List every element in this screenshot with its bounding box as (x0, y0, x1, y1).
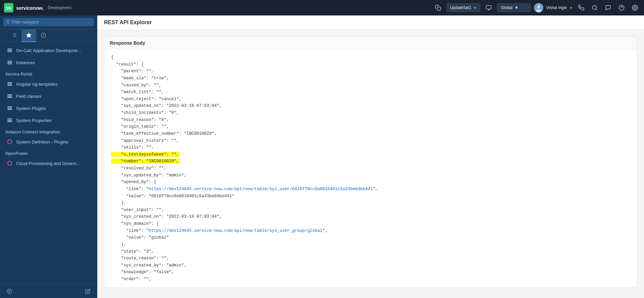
settings-icon (632, 5, 638, 11)
content-area: REST API Explorer Response Body { "resul… (97, 15, 644, 298)
instances-icon (7, 59, 13, 66)
settings-icon-btn[interactable] (630, 3, 640, 12)
svg-marker-17 (26, 33, 31, 37)
system-properties-label: System Properties (16, 118, 52, 123)
oncall-label: On-Call: Application Developme... (16, 48, 81, 53)
sidebar-item-system-plugins[interactable]: System Plugins (0, 102, 97, 114)
search-wrapper[interactable] (3, 18, 94, 26)
brand-name: servicenow. (16, 5, 44, 11)
instances-label: Instances (16, 60, 35, 65)
chat-icon-btn[interactable] (603, 3, 613, 12)
svg-text:SN: SN (5, 6, 11, 11)
brand-area: SN servicenow. Development (4, 3, 71, 12)
page-title: REST API Explorer (97, 15, 644, 30)
history-icon (41, 33, 46, 38)
global-scope-label: Global (501, 5, 513, 10)
sidebar-item-instances[interactable]: Instances (0, 56, 97, 69)
system-def-plugins-icon (7, 139, 13, 145)
json-content: { "result": { "parent": "", "made_sla": … (104, 49, 637, 288)
angular-icon (7, 81, 13, 87)
edit-icon (85, 289, 91, 294)
nav-tab-history[interactable] (36, 29, 51, 42)
sidebar-item-field-classes[interactable]: Field classes (0, 90, 97, 102)
oncall-icon (7, 47, 13, 53)
sidebar-bottom (0, 284, 97, 298)
section-header-openframe: OpenFrame (0, 148, 97, 157)
user-chevron-icon: ▼ (570, 6, 573, 10)
nav-tab-list[interactable] (7, 29, 21, 42)
help-icon-btn[interactable] (616, 3, 627, 12)
user-area[interactable]: Vishal Ingle ▼ (534, 3, 573, 12)
copy-icon (435, 5, 441, 11)
star-icon (26, 33, 32, 38)
response-body-section: Response Body { "result": { "parent": ""… (104, 37, 637, 288)
update-set-label: UpdateSet1 (450, 5, 471, 10)
sidebar-item-angular[interactable]: Angular ng-templates (0, 78, 97, 90)
cloud-provisioning-icon (7, 160, 13, 166)
sidebar-edit-btn[interactable] (83, 287, 93, 295)
avatar (534, 3, 543, 12)
response-body-title: Response Body (104, 37, 637, 49)
sidebar-item-system-definition-plugins[interactable]: System Definition - Plugins (0, 136, 97, 148)
svg-point-9 (634, 7, 636, 9)
svg-rect-2 (437, 7, 441, 10)
servicenow-logo-icon: SN (4, 3, 13, 12)
screen-icon-btn[interactable] (484, 3, 494, 12)
nav-icons-row (0, 29, 97, 42)
svg-point-5 (537, 5, 540, 8)
update-set-dropdown[interactable]: UpdateSet1 ▼ (446, 3, 480, 12)
search-input[interactable] (12, 20, 91, 25)
system-properties-icon (7, 117, 13, 123)
angular-label: Angular ng-templates (16, 82, 58, 87)
sidebar: On-Call: Application Developme... Instan… (0, 15, 97, 298)
top-header: SN servicenow. Development UpdateSet1 ▼ … (0, 0, 644, 15)
search-icon-btn[interactable] (590, 3, 600, 12)
env-badge: Development (48, 5, 71, 10)
field-classes-icon (7, 93, 13, 99)
main-layout: On-Call: Application Developme... Instan… (0, 15, 644, 298)
content-body[interactable]: Response Body { "result": { "parent": ""… (97, 30, 644, 298)
list-icon (11, 33, 17, 38)
copy-icon-btn[interactable] (433, 3, 443, 12)
sidebar-item-cloud-provisioning[interactable]: Cloud Provisioning and Govern... (0, 157, 97, 169)
svg-rect-3 (486, 5, 491, 9)
nav-tab-favorites[interactable] (21, 29, 36, 42)
sidebar-search (0, 15, 97, 29)
system-plugins-icon (7, 105, 13, 111)
cloud-provisioning-label: Cloud Provisioning and Govern... (16, 161, 80, 166)
sidebar-item-oncall[interactable]: On-Call: Application Developme... (0, 44, 97, 56)
chat-icon (605, 5, 611, 11)
svg-point-7 (592, 5, 596, 9)
global-scope-dropdown[interactable]: Global ▼ (497, 3, 531, 12)
svg-marker-10 (6, 21, 10, 24)
section-header-service-portal: Service Portal (0, 69, 97, 78)
sidebar-nav: On-Call: Application Developme... Instan… (0, 42, 97, 284)
system-plugins-label: System Plugins (16, 106, 46, 111)
section-header-amazon-connect: Amazon Connect Integration (0, 126, 97, 136)
system-def-plugins-label: System Definition - Plugins (16, 139, 68, 144)
global-scope-chevron: ▼ (515, 5, 519, 10)
phone-icon (578, 5, 584, 11)
screen-icon (486, 5, 492, 11)
phone-icon-btn[interactable] (576, 3, 586, 12)
search-icon (592, 5, 598, 11)
back-icon (7, 289, 12, 294)
field-classes-label: Field classes (16, 94, 41, 99)
user-name: Vishal Ingle (546, 5, 567, 10)
help-icon (619, 5, 625, 11)
sidebar-item-system-properties[interactable]: System Properties (0, 114, 97, 126)
filter-icon (6, 20, 10, 24)
sidebar-back-btn[interactable] (5, 287, 14, 295)
update-set-chevron: ▼ (473, 6, 477, 10)
brand-logo: SN (4, 3, 13, 12)
